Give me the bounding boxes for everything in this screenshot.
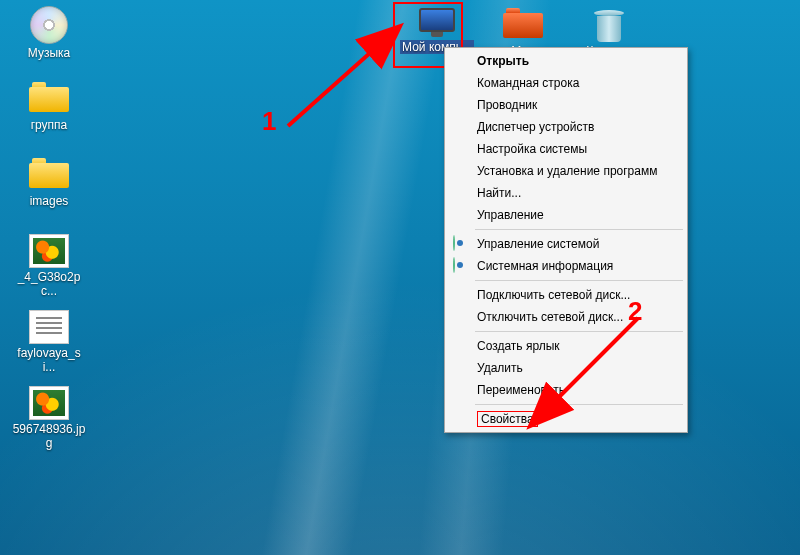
menu-item-system-management[interactable]: Управление системой — [447, 233, 685, 255]
folder-icon — [29, 158, 69, 192]
icon-group-folder[interactable]: группа — [12, 82, 86, 132]
menu-item-map-drive[interactable]: Подключить сетевой диск... — [447, 284, 685, 306]
menu-item-open[interactable]: Открыть — [447, 50, 685, 72]
menu-separator — [475, 280, 683, 281]
info-icon — [453, 258, 469, 274]
menu-item-system-config[interactable]: Настройка системы — [447, 138, 685, 160]
annotation-arrow-1 — [280, 18, 430, 138]
icon-label: _4_G38o2pc... — [12, 270, 86, 298]
menu-item-find[interactable]: Найти... — [447, 182, 685, 204]
menu-item-add-remove-programs[interactable]: Установка и удаление программ — [447, 160, 685, 182]
image-thumb-icon — [29, 234, 69, 268]
icon-label: группа — [12, 118, 86, 132]
icon-images-folder[interactable]: images — [12, 158, 86, 208]
gear-icon — [453, 236, 469, 252]
menu-item-command-line[interactable]: Командная строка — [447, 72, 685, 94]
disc-icon — [30, 6, 68, 44]
menu-item-system-information[interactable]: Системная информация — [447, 255, 685, 277]
menu-item-manage[interactable]: Управление — [447, 204, 685, 226]
icon-photo2[interactable]: 596748936.jpg — [12, 386, 86, 450]
menu-item-device-manager[interactable]: Диспетчер устройств — [447, 116, 685, 138]
icon-label: Музыка — [12, 46, 86, 60]
icon-photo1[interactable]: _4_G38o2pc... — [12, 234, 86, 298]
icon-music[interactable]: Музыка — [12, 6, 86, 60]
icon-textfile[interactable]: faylovaya_si... — [12, 310, 86, 374]
menu-item-explorer[interactable]: Проводник — [447, 94, 685, 116]
desktop[interactable]: Музыка группа images _4_G38o2pc... faylo… — [0, 0, 800, 555]
recycle-bin-icon — [594, 8, 624, 42]
icon-label: 596748936.jpg — [12, 422, 86, 450]
icon-label: images — [12, 194, 86, 208]
menu-separator — [475, 229, 683, 230]
annotation-arrow-2 — [520, 312, 670, 442]
svg-line-1 — [532, 318, 638, 424]
image-thumb-icon — [29, 386, 69, 420]
icon-label: faylovaya_si... — [12, 346, 86, 374]
folder-icon — [503, 8, 543, 42]
folder-icon — [29, 82, 69, 116]
svg-line-0 — [288, 28, 398, 126]
annotation-number-1: 1 — [262, 108, 276, 134]
textfile-icon — [29, 310, 69, 344]
